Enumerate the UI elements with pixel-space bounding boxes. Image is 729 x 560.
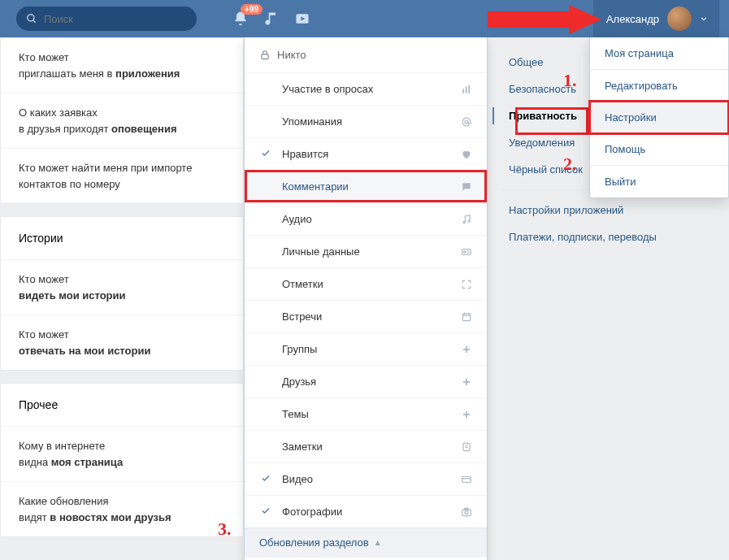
- setting-row[interactable]: Кто может отвечать на мои истории: [1, 315, 243, 370]
- annotation-arrow: [488, 5, 601, 34]
- updates-dropdown: Никто Участие в опросахУпоминанияНравитс…: [244, 37, 488, 560]
- setting-row[interactable]: Кому в интернете видна моя страница: [1, 426, 243, 481]
- dropdown-item[interactable]: Нравится: [245, 137, 487, 170]
- setting-row[interactable]: Кто может видеть мои истории: [1, 259, 243, 315]
- dropdown-item-label: Отметки: [282, 278, 323, 290]
- dropdown-item[interactable]: Видео: [245, 462, 487, 495]
- setting-row[interactable]: О каких заявках в друзья приходят оповещ…: [1, 93, 243, 148]
- dropdown-item-label: Аудио: [282, 213, 312, 225]
- svg-rect-18: [462, 313, 470, 320]
- dropdown-item-label: Встречи: [282, 310, 322, 323]
- svg-point-12: [463, 221, 465, 223]
- dropdown-item-label: Заметки: [282, 441, 323, 453]
- topbar-icons: +99: [232, 11, 310, 27]
- setting-line1: Кто может: [19, 327, 225, 343]
- dropdown-item-label: Друзья: [282, 376, 316, 388]
- dropdown-item[interactable]: Комментарии: [245, 170, 487, 202]
- nav-payments[interactable]: Платежи, подписки, переводы: [501, 224, 707, 250]
- dropdown-item-label: Видео: [282, 473, 313, 485]
- svg-rect-31: [462, 476, 471, 482]
- notifications-badge: +99: [241, 4, 263, 15]
- svg-point-2: [266, 21, 269, 24]
- at-icon: [461, 116, 472, 128]
- music-icon[interactable]: [263, 11, 280, 27]
- svg-marker-6: [569, 5, 601, 34]
- menu-logout[interactable]: Выйти: [590, 166, 728, 198]
- dropdown-all-updates[interactable]: Все обновления: [245, 557, 487, 560]
- nav-app-settings[interactable]: Настройки приложений: [501, 197, 707, 224]
- annotation-2: 2.: [563, 154, 577, 175]
- setting-line2: контактов по номеру: [19, 176, 225, 193]
- setting-line2: отвечать на мои истории: [19, 343, 225, 359]
- dropdown-item-label: Нравится: [282, 148, 328, 160]
- dropdown-item[interactable]: Отметки: [245, 267, 487, 300]
- user-menu-trigger[interactable]: Александр: [593, 0, 719, 37]
- dropdown-item-label: Фотографии: [282, 506, 342, 518]
- music-icon: [461, 214, 472, 225]
- dropdown-item-label: Упоминания: [282, 115, 342, 128]
- comment-icon: [461, 181, 472, 193]
- menu-settings[interactable]: Настройки: [590, 102, 728, 133]
- notifications-icon[interactable]: +99: [232, 11, 249, 27]
- check-icon: [261, 148, 271, 160]
- dropdown-item[interactable]: Личные данные: [245, 235, 487, 267]
- user-name: Александр: [606, 13, 659, 25]
- svg-rect-10: [468, 85, 470, 93]
- dropdown-item[interactable]: Друзья: [245, 365, 487, 397]
- dropdown-item[interactable]: Упоминания: [245, 105, 487, 137]
- menu-help[interactable]: Помощь: [590, 133, 728, 165]
- setting-row[interactable]: Какие обновления видят в новостях мои др…: [1, 481, 243, 536]
- avatar: [667, 7, 692, 31]
- note-icon: [461, 441, 472, 453]
- svg-rect-7: [262, 54, 268, 59]
- setting-line1: Какие обновления: [19, 493, 225, 510]
- calendar-icon: [461, 311, 472, 323]
- search-box[interactable]: [16, 7, 197, 31]
- settings-group-other: Прочее Кому в интернете видна моя страни…: [0, 383, 244, 537]
- svg-rect-5: [488, 11, 569, 28]
- svg-point-13: [468, 220, 470, 222]
- video-icon: [461, 474, 472, 485]
- dropdown-item[interactable]: Встречи: [245, 300, 487, 332]
- setting-line1: Кто может: [19, 271, 225, 288]
- account-menu: Моя страница Редактировать Настройки Пом…: [589, 37, 729, 198]
- dropdown-item[interactable]: Группы: [245, 332, 487, 365]
- annotation-1: 1.: [563, 70, 577, 91]
- settings-group-1: Кто может приглашать меня в приложения О…: [0, 37, 244, 204]
- dropdown-item[interactable]: Заметки: [245, 430, 487, 462]
- setting-line1: О каких заявках: [19, 105, 225, 121]
- setting-line2: видят в новостях мои друзья: [19, 510, 225, 526]
- chevron-down-icon: [700, 13, 708, 25]
- dropdown-item[interactable]: Темы: [245, 397, 487, 430]
- collapse-icon: ▲: [374, 538, 382, 547]
- video-icon[interactable]: [294, 11, 310, 27]
- dropdown-item-label: Комментарии: [282, 180, 349, 193]
- annotation-3: 3.: [218, 519, 232, 540]
- menu-edit[interactable]: Редактировать: [590, 70, 728, 102]
- svg-point-15: [464, 250, 466, 252]
- svg-point-0: [28, 15, 34, 21]
- setting-row[interactable]: Кто может приглашать меня в приложения: [1, 38, 243, 93]
- search-input[interactable]: [44, 13, 187, 25]
- dropdown-item[interactable]: Аудио: [245, 202, 487, 235]
- dropdown-section[interactable]: Обновления разделов ▲: [245, 527, 487, 557]
- plus-icon: [461, 409, 472, 420]
- camera-icon: [461, 506, 472, 518]
- dropdown-item[interactable]: Фотографии: [245, 495, 487, 527]
- middle-column: Никто Участие в опросахУпоминанияНравитс…: [244, 37, 488, 549]
- setting-line2: приглашать меня в приложения: [19, 66, 225, 82]
- left-column: Кто может приглашать меня в приложения О…: [0, 37, 244, 549]
- setting-row[interactable]: Кто может найти меня при импорте контакт…: [1, 148, 243, 203]
- dropdown-item[interactable]: Участие в опросах: [245, 72, 487, 105]
- svg-rect-9: [466, 86, 467, 93]
- card-icon: [461, 246, 472, 258]
- setting-line2: видна моя страница: [19, 454, 225, 471]
- dropdown-item-label: Группы: [282, 343, 317, 355]
- dropdown-header: Никто: [245, 37, 487, 72]
- dropdown-item-label: Личные данные: [282, 245, 360, 258]
- dropdown-item-label: Темы: [282, 408, 309, 420]
- section-title: Истории: [1, 217, 243, 259]
- svg-point-11: [465, 119, 468, 123]
- menu-my-page[interactable]: Моя страница: [590, 37, 728, 69]
- svg-rect-8: [462, 89, 464, 93]
